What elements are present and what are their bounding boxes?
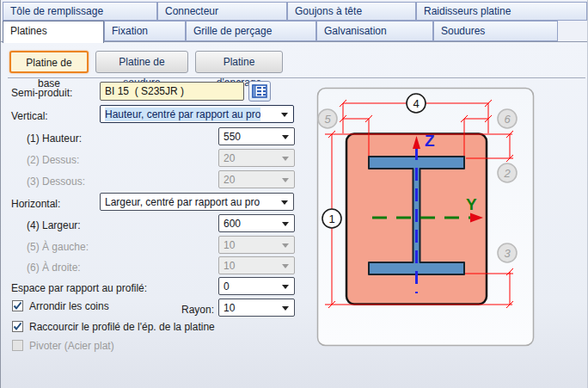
platines-dialog: Tôle de remplissage Connecteur Goujons à… [0, 0, 588, 388]
horizontal-combobox-value: Largeur, centré par rapport au pro [105, 195, 278, 209]
dim-marker-4: 4 [407, 94, 426, 113]
rayon-value: 10 [224, 301, 279, 315]
tab-label: Raidisseurs platine [424, 5, 511, 17]
tab-label: Goujons à tête [295, 5, 362, 17]
tab-grille-de-percage[interactable]: Grille de perçage [186, 21, 316, 41]
espace-label: Espace par rapport au profilé: [11, 281, 147, 295]
dessus-value: 20 [224, 151, 279, 165]
chevron-down-icon [281, 200, 288, 205]
semi-produit-label: Semi-produit: [11, 86, 72, 100]
pivoter-label: Pivoter (Acier plat) [29, 340, 114, 354]
svg-text:6: 6 [504, 113, 511, 126]
tab-label: Connecteur [165, 5, 218, 17]
vertical-label: Vertical: [11, 109, 48, 123]
hauteur-label: (1) Hauteur: [27, 132, 82, 145]
largeur-value: 600 [224, 217, 279, 231]
rayon-combobox[interactable]: 10 [218, 299, 295, 317]
dim-marker-5: 5 [318, 109, 337, 128]
raccourcir-checkbox[interactable] [12, 321, 23, 332]
dim-marker-6: 6 [498, 109, 517, 128]
tab-label: Tôle de remplissage [10, 5, 103, 17]
plate-diagram: Z Y 4 5 6 [306, 78, 588, 362]
dessus-combobox: 20 [218, 149, 295, 167]
hauteur-value: 550 [224, 130, 279, 144]
svg-text:4: 4 [413, 97, 419, 110]
tab-label: Galvanisation [324, 25, 387, 37]
tab-raidisseurs-platine[interactable]: Raidisseurs platine [416, 2, 587, 21]
semi-produit-field[interactable]: BI 15 ( S235JR ) [100, 82, 244, 101]
dessus-label: (2) Dessus: [27, 153, 79, 167]
a-droite-value: 10 [224, 259, 279, 273]
arrondir-les-coins-label: Arrondir les coins [29, 300, 109, 314]
a-droite-label: (6) À droite: [27, 261, 81, 274]
checkmark-icon [13, 322, 22, 331]
tab-connecteur[interactable]: Connecteur [157, 2, 287, 21]
horizontal-label: Horizontal: [11, 197, 60, 211]
horizontal-combobox[interactable]: Largeur, centré par rapport au pro [100, 193, 294, 211]
svg-text:3: 3 [504, 247, 511, 260]
tab-label: Platines [10, 25, 47, 37]
tab-goujons-a-tete[interactable]: Goujons à tête [287, 2, 416, 21]
pivoter-checkbox [12, 340, 23, 351]
svg-text:1: 1 [328, 212, 334, 225]
espace-value: 0 [224, 280, 279, 293]
platines-panel: Platine de base Platine de soudure Plati… [1, 41, 587, 388]
a-gauche-label: (5) À gauche: [27, 240, 89, 254]
largeur-label: (4) Largeur: [27, 219, 81, 232]
chevron-down-icon [282, 243, 289, 248]
a-droite-combobox: 10 [218, 256, 295, 274]
arrondir-les-coins-checkbox[interactable] [12, 300, 23, 311]
checkmark-icon [13, 301, 22, 311]
chevron-down-icon [281, 113, 288, 117]
y-axis-label: Y [466, 195, 477, 213]
vertical-combobox[interactable]: Hauteur, centré par rapport au pro [100, 105, 294, 123]
tab-soudures[interactable]: Soudures [433, 21, 558, 41]
svg-text:5: 5 [324, 113, 331, 126]
tab-tole-de-remplissage[interactable]: Tôle de remplissage [3, 2, 157, 21]
rayon-label: Rayon: [173, 303, 214, 317]
dim-marker-3: 3 [498, 243, 517, 262]
vertical-combobox-value: Hauteur, centré par rapport au pro [105, 108, 260, 121]
tab-platines[interactable]: Platines [3, 21, 104, 43]
platine-d-ancrage-button[interactable]: Platine d'ancrage [195, 51, 283, 73]
a-gauche-value: 10 [224, 238, 279, 252]
hauteur-combobox[interactable]: 550 [218, 127, 295, 145]
dessous-combobox: 20 [218, 170, 295, 188]
largeur-combobox[interactable]: 600 [218, 214, 295, 232]
a-gauche-combobox: 10 [218, 236, 295, 254]
semi-produit-picker-button[interactable] [248, 81, 271, 102]
dessous-value: 20 [224, 173, 279, 187]
platine-de-soudure-button[interactable]: Platine de soudure [95, 51, 188, 73]
tab-label: Grille de perçage [193, 25, 272, 37]
chevron-down-icon [282, 306, 289, 311]
raccourcir-label: Raccourcir le profilé de l'ép. de la pla… [29, 321, 215, 335]
dessous-label: (3) Dessous: [27, 175, 85, 188]
z-axis-label: Z [425, 132, 435, 150]
svg-text:2: 2 [503, 167, 511, 180]
dim-marker-2: 2 [498, 163, 517, 182]
tab-galvanisation[interactable]: Galvanisation [316, 21, 433, 41]
tab-label: Soudures [441, 25, 485, 37]
chevron-down-icon [282, 178, 289, 182]
chevron-down-icon [282, 157, 289, 161]
tab-label: Fixation [112, 25, 148, 37]
tab-fixation[interactable]: Fixation [104, 21, 186, 41]
chevron-down-icon [282, 135, 289, 139]
chevron-down-icon [282, 222, 289, 226]
espace-combobox[interactable]: 0 [218, 277, 295, 295]
dim-marker-1: 1 [322, 209, 341, 228]
platine-de-base-button[interactable]: Platine de base [9, 51, 89, 73]
table-list-icon [252, 84, 267, 98]
chevron-down-icon [282, 264, 289, 268]
chevron-down-icon [282, 285, 289, 289]
